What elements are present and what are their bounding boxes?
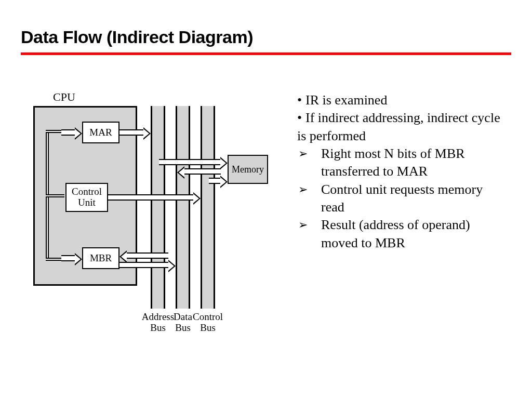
sub-bullet-item: Control unit requests memory read bbox=[297, 181, 505, 217]
address-bus bbox=[151, 106, 165, 309]
control-bus bbox=[201, 106, 215, 309]
notes-panel: IR is examined If indirect addressing, i… bbox=[297, 91, 505, 252]
arrow-controlbus-memory bbox=[209, 178, 220, 184]
arrow-mbr-to-databus bbox=[119, 262, 168, 268]
arrow-memory-databus bbox=[184, 168, 221, 175]
cpu-internal-wire bbox=[46, 130, 61, 133]
sub-bullet-item: Result (address of operand) moved to MBR bbox=[297, 216, 505, 252]
arrow-mar-addrbus bbox=[119, 129, 143, 136]
slide-title: Data Flow (Indirect Diagram) bbox=[0, 0, 532, 52]
cpu-label: CPU bbox=[53, 90, 75, 104]
cpu-internal-wire bbox=[46, 258, 61, 261]
sub-bullet-item: Right most N bits of MBR transferred to … bbox=[297, 145, 505, 181]
arrow-cu-controlbus bbox=[108, 194, 193, 201]
mar-block: MAR bbox=[82, 122, 119, 143]
arrow-addrbus-memory bbox=[159, 159, 220, 165]
diagram-area: AddressBus DataBus ControlBus CPU MAR Co… bbox=[26, 86, 286, 336]
data-bus bbox=[176, 106, 190, 309]
arrow-to-mbr bbox=[61, 255, 75, 261]
bullet-item: IR is examined bbox=[297, 91, 505, 109]
control-bus-label: ControlBus bbox=[189, 312, 227, 334]
mbr-block: MBR bbox=[82, 247, 119, 269]
arrow-databus-to-mbr bbox=[127, 252, 168, 259]
memory-block: Memory bbox=[228, 155, 268, 184]
cpu-internal-wire bbox=[46, 194, 64, 197]
title-underline bbox=[21, 52, 511, 55]
arrow-to-mar bbox=[61, 129, 75, 136]
bullet-item: If indirect addressing, indirect cycle i… bbox=[297, 109, 505, 145]
control-unit-block: ControlUnit bbox=[65, 183, 108, 212]
